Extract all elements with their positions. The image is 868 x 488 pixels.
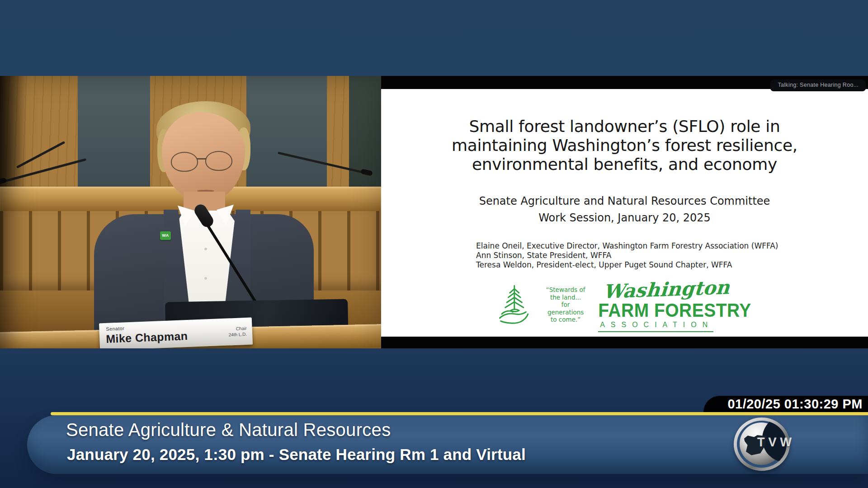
right-video-feed: Talking: Senate Hearing Roo... Small for… xyxy=(381,76,868,348)
motto-line: for xyxy=(539,301,592,309)
wffa-logo-group: “Stewards of the land... for generations… xyxy=(381,282,868,332)
video-row: WA Senator Mike Chapman Chair 24th L.D. … xyxy=(0,76,868,348)
wffa-wordmark: Washington FARM FORESTRY ASSOCIATION xyxy=(598,282,751,332)
slide-title-line: Small forest landowner’s (SFLO) role in xyxy=(381,117,868,136)
presenter-line: Teresa Weldon, President-elect, Upper Pu… xyxy=(476,260,778,270)
shirt-button xyxy=(204,248,207,250)
nameplate-role: Chair 24th L.D. xyxy=(228,325,247,338)
presentation-slide: Small forest landowner’s (SFLO) role in … xyxy=(381,89,868,337)
slide-title: Small forest landowner’s (SFLO) role in … xyxy=(381,117,868,174)
presenter-line: Ann Stinson, State President, WFFA xyxy=(476,251,778,260)
timestamp-text: 01/20/25 01:30:29 PM xyxy=(727,397,863,412)
tree-in-hand-icon xyxy=(498,282,533,328)
tvw-logo-text: TVW xyxy=(757,436,795,450)
motto-line: generations xyxy=(539,309,592,316)
wa-lapel-pin: WA xyxy=(160,231,171,240)
wffa-script-text: Washington xyxy=(603,278,753,300)
nameplate-title: Senator xyxy=(106,325,124,332)
shirt-button xyxy=(204,277,207,280)
wffa-secondary-text: ASSOCIATION xyxy=(598,319,713,332)
nameplate-name: Mike Chapman xyxy=(106,329,188,346)
glasses-bridge xyxy=(197,158,206,160)
motto-line: the land... xyxy=(539,294,592,301)
slide-title-line: maintaining Washington’s forest resilien… xyxy=(381,136,868,155)
timestamp-bar: 01/20/25 01:30:29 PM xyxy=(703,396,868,413)
slide-presenters: Elaine Oneil, Executive Director, Washin… xyxy=(476,241,778,270)
glasses xyxy=(205,151,232,171)
slide-subtitle: Senate Agriculture and Natural Resources… xyxy=(381,193,868,226)
tvw-logo: TVW xyxy=(734,418,811,474)
presenter-line: Elaine Oneil, Executive Director, Washin… xyxy=(476,241,778,251)
nameplate-district-line: 24th L.D. xyxy=(228,331,247,338)
glasses xyxy=(171,152,198,172)
banner-committee-title: Senate Agriculture & Natural Resources xyxy=(66,420,391,440)
nameplate: Senator Mike Chapman Chair 24th L.D. xyxy=(99,318,253,348)
motto-line: “Stewards of xyxy=(539,286,592,294)
talking-indicator: Talking: Senate Hearing Roo... xyxy=(770,80,866,91)
slide-subtitle-line: Work Session, January 20, 2025 xyxy=(381,210,868,226)
wffa-motto: “Stewards of the land... for generations… xyxy=(539,282,592,324)
shadow xyxy=(0,76,26,190)
slide-subtitle-line: Senate Agriculture and Natural Resources… xyxy=(381,193,868,210)
motto-line: to come.” xyxy=(539,316,592,324)
banner-session-details: January 20, 2025, 1:30 pm - Senate Heari… xyxy=(67,446,526,464)
left-video-feed: WA Senator Mike Chapman Chair 24th L.D. xyxy=(0,76,381,348)
slide-title-line: environmental benefits, and economy xyxy=(381,155,868,174)
yellow-accent-line xyxy=(51,412,868,415)
wffa-primary-text: FARM FORESTRY xyxy=(598,300,751,320)
